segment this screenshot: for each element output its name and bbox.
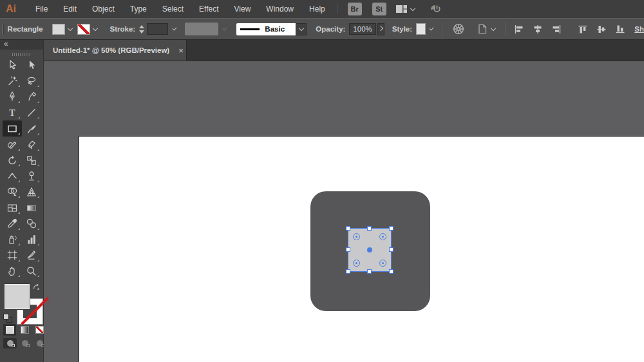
shape-link[interactable]: Sh	[634, 25, 644, 33]
menu-select[interactable]: Select	[155, 0, 191, 18]
chevron-down-icon[interactable]	[172, 26, 176, 30]
vertical-align-bottom-icon[interactable]	[615, 24, 625, 34]
stroke-none-swatch	[77, 24, 90, 35]
tool-artboard[interactable]	[3, 247, 22, 263]
center-anchor-point[interactable]	[367, 247, 372, 252]
selection-handle[interactable]	[346, 247, 350, 252]
selection-handle[interactable]	[346, 226, 350, 231]
draw-normal-button[interactable]	[3, 338, 17, 348]
horizontal-align-left-icon[interactable]	[514, 24, 524, 34]
menu-edit[interactable]: Edit	[55, 0, 84, 18]
tool-hand[interactable]	[3, 263, 22, 280]
tool-type[interactable]: T	[3, 105, 22, 121]
menu-effect[interactable]: Effect	[191, 0, 226, 18]
opacity-field[interactable]: 100%	[349, 23, 375, 35]
fill-color-dropdown[interactable]	[52, 24, 72, 35]
tool-shaper[interactable]	[3, 137, 22, 153]
tool-curvature[interactable]	[22, 89, 41, 105]
menu-object[interactable]: Object	[84, 0, 122, 18]
tool-selection[interactable]	[3, 57, 22, 73]
tool-lasso[interactable]	[22, 73, 41, 90]
fill-color-proxy[interactable]	[5, 284, 30, 309]
shape-builder-tool-icon	[6, 186, 18, 198]
chevron-down-icon	[67, 25, 72, 30]
menu-view[interactable]: View	[227, 0, 259, 18]
tool-scale[interactable]	[22, 153, 41, 169]
tool-eyedropper[interactable]	[3, 216, 22, 232]
tool-puppet-warp[interactable]	[22, 168, 41, 184]
mesh-tool-icon	[6, 202, 18, 214]
document-setup-button[interactable]	[477, 23, 495, 35]
tool-width[interactable]	[3, 168, 22, 184]
selected-square[interactable]	[348, 229, 391, 271]
tool-symbol-sprayer[interactable]	[3, 232, 22, 248]
tool-line-segment[interactable]	[22, 105, 41, 121]
bridge-button[interactable]: Br	[348, 3, 362, 15]
controlbar-grip[interactable]	[2, 24, 4, 34]
tool-column-graph[interactable]	[22, 232, 41, 248]
menu-window[interactable]: Window	[258, 0, 301, 18]
selection-handle[interactable]	[389, 226, 393, 231]
vertical-align-top-icon[interactable]	[578, 24, 588, 34]
shaper-tool-icon	[6, 138, 18, 150]
puppet-warp-pin-icon	[26, 170, 37, 182]
tool-gradient[interactable]	[22, 200, 41, 216]
pen-tool-icon	[6, 91, 18, 102]
recolor-artwork-button[interactable]	[452, 23, 465, 35]
tool-shape-builder[interactable]	[3, 184, 22, 200]
controlbar-separator	[442, 22, 442, 36]
live-corner-widget[interactable]	[353, 260, 360, 267]
brush-definition-dropdown[interactable]	[185, 23, 219, 35]
stroke-weight-stepper[interactable]	[139, 25, 144, 33]
context-label: Rectangle	[8, 25, 43, 33]
power-saver-button[interactable]	[429, 3, 442, 15]
toolbar-collapse-button[interactable]: «	[0, 40, 43, 50]
tool-pen[interactable]	[3, 89, 22, 105]
menu-file[interactable]: File	[28, 0, 55, 18]
close-icon[interactable]: ×	[178, 46, 184, 55]
gradient-button[interactable]	[18, 324, 31, 336]
vertical-align-center-icon[interactable]	[596, 24, 607, 34]
tool-magic-wand[interactable]	[3, 73, 22, 90]
selection-handle[interactable]	[389, 269, 393, 274]
tool-eraser[interactable]	[22, 137, 41, 153]
tool-direct-selection[interactable]	[22, 57, 41, 73]
workspace-switcher-button[interactable]	[395, 5, 415, 14]
selection-handle[interactable]	[367, 226, 372, 231]
chevron-down-icon	[491, 25, 496, 30]
live-corner-widget[interactable]	[353, 233, 360, 240]
tool-perspective-grid[interactable]	[22, 184, 41, 200]
swap-fill-stroke-icon[interactable]	[32, 283, 41, 292]
horizontal-align-center-icon[interactable]	[533, 24, 543, 34]
menu-help[interactable]: Help	[301, 0, 333, 18]
tool-zoom[interactable]	[22, 263, 41, 280]
tool-paintbrush[interactable]	[22, 120, 41, 137]
stroke-color-dropdown[interactable]	[77, 24, 97, 35]
tool-blend[interactable]	[22, 216, 41, 232]
stroke-style-dropdown[interactable]: Basic	[236, 23, 307, 35]
menu-type[interactable]: Type	[122, 0, 155, 18]
stock-button[interactable]: St	[372, 3, 386, 15]
live-corner-widget[interactable]	[379, 260, 386, 267]
graphic-style-swatch[interactable]	[416, 23, 426, 35]
horizontal-align-right-icon[interactable]	[551, 24, 562, 34]
tool-mesh[interactable]	[3, 200, 22, 216]
stroke-style-chevron[interactable]	[296, 23, 307, 35]
selection-handle[interactable]	[389, 247, 393, 252]
toolbar-grip[interactable]	[12, 53, 32, 56]
selection-handle[interactable]	[346, 269, 350, 274]
default-fill-stroke-icon[interactable]	[3, 314, 14, 324]
live-corner-widget[interactable]	[379, 233, 386, 240]
pasteboard[interactable]	[44, 61, 644, 362]
document-tab[interactable]: Untitled-1* @ 50% (RGB/Preview) ×	[44, 40, 187, 61]
color-button[interactable]	[3, 324, 16, 336]
menu-bar: Ai File Edit Object Type Select Effect V…	[0, 0, 644, 18]
chevron-down-icon[interactable]	[430, 26, 434, 30]
selection-handle[interactable]	[367, 269, 372, 274]
draw-behind-button[interactable]	[18, 338, 32, 348]
stroke-weight-field[interactable]	[147, 23, 167, 35]
tool-rectangle[interactable]	[3, 120, 22, 137]
opacity-expand-button[interactable]	[377, 23, 384, 35]
tool-rotate[interactable]	[3, 153, 22, 169]
tool-slice[interactable]	[22, 247, 41, 263]
